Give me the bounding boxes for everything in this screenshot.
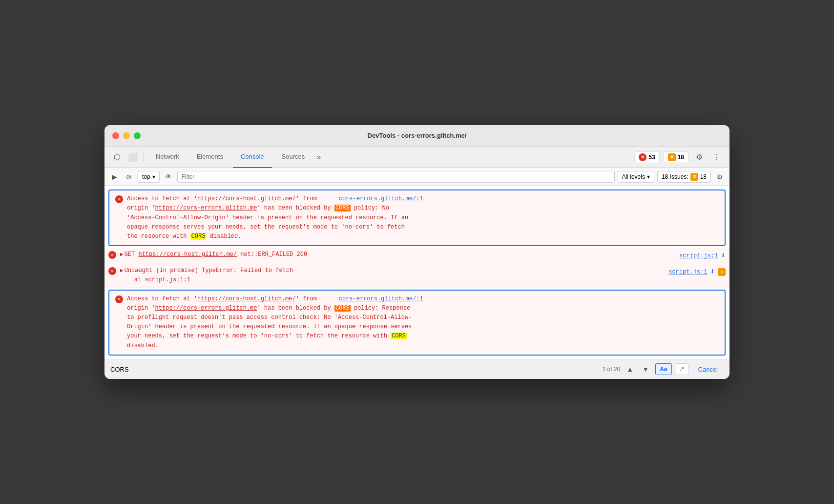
tab-elements[interactable]: Elements bbox=[189, 147, 231, 168]
issues-icon: ✕ bbox=[690, 173, 698, 181]
search-prev-icon[interactable]: ▲ bbox=[624, 363, 636, 375]
cors-highlight-yellow-1: CORS bbox=[190, 233, 207, 240]
context-label: top bbox=[142, 173, 150, 180]
log-text-1: Access to fetch at 'https://cors-host.gl… bbox=[127, 194, 719, 241]
chevron-down-icon: ▾ bbox=[152, 173, 155, 180]
device-icon[interactable]: ⬜ bbox=[126, 150, 140, 164]
filter-input[interactable] bbox=[177, 171, 615, 183]
error-count-badge[interactable]: ✕ 53 bbox=[634, 151, 659, 163]
more-tabs-icon[interactable]: » bbox=[314, 153, 323, 162]
regex-button[interactable]: .* bbox=[676, 363, 688, 375]
error-icon: ✕ bbox=[639, 153, 646, 161]
window-title: DevTools - cors-errors.glitch.me/ bbox=[368, 132, 467, 139]
log-entry-4-row: ✕ Access to fetch at 'https://cors-host.… bbox=[115, 294, 719, 351]
log-text-2: ▶GET https://cors-host.glitch.me/ net::E… bbox=[120, 250, 671, 259]
warning-count-badge[interactable]: ✕ 18 bbox=[664, 151, 688, 163]
traffic-lights bbox=[112, 132, 141, 139]
expand-icon-2[interactable]: ▶ bbox=[120, 251, 124, 259]
titlebar: DevTools - cors-errors.glitch.me/ bbox=[104, 125, 730, 147]
tab-network[interactable]: Network bbox=[148, 147, 187, 168]
search-input[interactable] bbox=[110, 362, 598, 376]
toolbar-right: ✕ 53 ✕ 18 ⚙ ⋮ bbox=[634, 150, 724, 164]
log-text-4: Access to fetch at 'https://cors-host.gl… bbox=[127, 294, 719, 351]
divider bbox=[144, 151, 144, 163]
search-next-icon[interactable]: ▼ bbox=[640, 363, 651, 375]
warning-icon: ✕ bbox=[668, 153, 676, 161]
tab-console[interactable]: Console bbox=[233, 147, 272, 168]
devtools-window: DevTools - cors-errors.glitch.me/ ⬡ ⬜ Ne… bbox=[104, 125, 730, 378]
warning-count: 18 bbox=[678, 154, 684, 161]
cors-highlight-yellow-4: CORS bbox=[391, 333, 407, 339]
cancel-button[interactable]: Cancel bbox=[692, 362, 724, 376]
error-icon-4: ✕ bbox=[115, 295, 123, 303]
minimize-button[interactable] bbox=[123, 132, 130, 139]
log-entry-2: ✕ ▶GET https://cors-host.glitch.me/ net:… bbox=[104, 248, 730, 264]
console-content: ✕ Access to fetch at 'https://cors-host.… bbox=[104, 186, 730, 359]
cors-highlight-orange-1: CORS bbox=[334, 205, 351, 211]
source-link-3[interactable]: script.js:1 bbox=[668, 268, 707, 276]
run-snippet-icon[interactable]: ▶ bbox=[108, 171, 120, 183]
search-bar: 1 of 20 ▲ ▼ Aa .* Cancel bbox=[104, 359, 730, 379]
issues-count: 18 bbox=[700, 173, 707, 180]
cors-highlight-orange-4: CORS bbox=[334, 305, 351, 312]
origin-link-1[interactable]: https://cors-errors.glitch.me bbox=[155, 205, 257, 211]
error-icon-1: ✕ bbox=[115, 195, 123, 203]
close-button[interactable] bbox=[112, 132, 119, 139]
fetch-url-link-4[interactable]: https://cors-host.glitch.me/ bbox=[197, 295, 296, 302]
get-url-link[interactable]: https://cors-host.glitch.me/ bbox=[138, 251, 237, 258]
download-icon-2[interactable]: ⬇ bbox=[721, 250, 726, 262]
download-icon-3[interactable]: ⬇ bbox=[710, 266, 715, 278]
maximize-button[interactable] bbox=[134, 132, 141, 139]
log-entry-1: ✕ Access to fetch at 'https://cors-host.… bbox=[108, 189, 726, 246]
log-entry-3: ✕ ▶Uncaught (in promise) TypeError: Fail… bbox=[104, 264, 730, 287]
origin-link-4[interactable]: https://cors-errors.glitch.me bbox=[155, 305, 257, 312]
source-link-1[interactable]: cors-errors.glitch.me/:1 bbox=[339, 195, 423, 202]
expand-icon-3[interactable]: ▶ bbox=[120, 267, 124, 275]
search-count: 1 of 20 bbox=[602, 366, 620, 373]
issues-button[interactable]: 18 Issues: ✕ 18 bbox=[657, 171, 711, 183]
settings-console-icon[interactable]: ⚙ bbox=[714, 171, 726, 183]
chevron-down-icon: ▾ bbox=[647, 173, 650, 180]
settings-icon[interactable]: ⚙ bbox=[692, 150, 706, 164]
issues-label: 18 Issues: bbox=[662, 173, 688, 180]
error-icon-2: ✕ bbox=[108, 251, 116, 259]
nav-toolbar: ⬡ ⬜ Network Elements Console Sources » ✕… bbox=[104, 147, 730, 168]
source-link-4[interactable]: cors-errors.glitch.me/:1 bbox=[339, 295, 423, 302]
at-link[interactable]: script.js:1:1 bbox=[145, 276, 190, 283]
eye-icon[interactable]: 👁 bbox=[163, 171, 174, 183]
close-icon-3[interactable]: ✕ bbox=[718, 268, 726, 276]
levels-dropdown[interactable]: All levels ▾ bbox=[618, 171, 654, 183]
levels-label: All levels bbox=[622, 173, 645, 180]
inspect-icon[interactable]: ⬡ bbox=[110, 150, 124, 164]
block-icon[interactable]: ⊘ bbox=[123, 171, 135, 183]
log-text-3: ▶Uncaught (in promise) TypeError: Failed… bbox=[120, 266, 661, 285]
fetch-url-link-1[interactable]: https://cors-host.glitch.me/ bbox=[197, 195, 296, 202]
match-case-button[interactable]: Aa bbox=[655, 363, 671, 375]
more-options-icon[interactable]: ⋮ bbox=[710, 150, 724, 164]
error-icon-3: ✕ bbox=[108, 267, 116, 275]
log-entry-4: ✕ Access to fetch at 'https://cors-host.… bbox=[108, 290, 726, 356]
context-selector[interactable]: top ▾ bbox=[138, 171, 160, 183]
error-count: 53 bbox=[648, 154, 655, 161]
tab-sources[interactable]: Sources bbox=[274, 147, 313, 168]
console-toolbar: ▶ ⊘ top ▾ 👁 All levels ▾ 18 Issues: ✕ 18… bbox=[104, 168, 730, 186]
source-link-2[interactable]: script.js:1 bbox=[679, 252, 718, 260]
log-entry-1-row: ✕ Access to fetch at 'https://cors-host.… bbox=[115, 194, 719, 241]
